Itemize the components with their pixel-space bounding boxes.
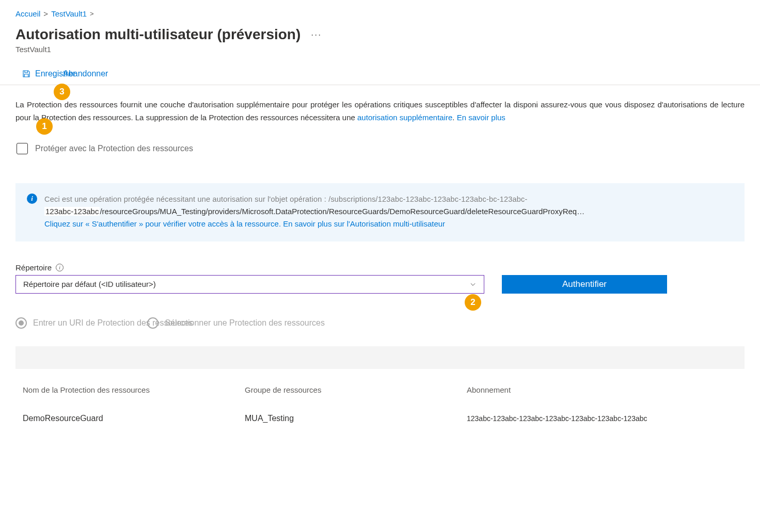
resource-guard-table: Nom de la Protection des ressources Grou… xyxy=(15,382,745,426)
directory-selected-value: Répertoire par défaut (<ID utilisateur>) xyxy=(23,280,156,288)
authenticate-button[interactable]: Authentifier xyxy=(502,275,667,294)
info-line-1: Ceci est une opération protégée nécessit… xyxy=(44,194,584,205)
info-line-3: Cliquez sur « S'authentifier » pour véri… xyxy=(44,218,584,230)
radio-select-guard[interactable] xyxy=(147,317,159,329)
info-tooltip-icon[interactable]: i xyxy=(56,264,64,271)
discard-label: Abandonner xyxy=(63,69,108,78)
info-line-2: 123abc-123abc/resourceGroups/MUA_Testing… xyxy=(44,205,584,218)
save-icon xyxy=(22,69,31,78)
table-header: Nom de la Protection des ressources Grou… xyxy=(15,382,745,397)
source-radio-group: Entrer un URI de Protection des ressourc… xyxy=(15,317,745,329)
annotation-bubble-2: 2 xyxy=(465,294,481,311)
radio-select-guard-label: Sélectionner une Protection des ressourc… xyxy=(165,318,325,328)
title-row: Autorisation multi-utilisateur (préversi… xyxy=(0,21,760,43)
breadcrumb-sep: > xyxy=(43,9,48,18)
page-subtitle: TestVault1 xyxy=(0,43,760,63)
col-group: Groupe de ressources xyxy=(245,385,467,394)
protect-checkbox-row: 1 Protéger avec la Protection des ressou… xyxy=(15,143,745,154)
breadcrumb: Accueil > TestVault1 > xyxy=(0,0,760,21)
breadcrumb-home[interactable]: Accueil xyxy=(15,9,40,18)
description-text: La Protection des ressources fournit une… xyxy=(15,99,745,124)
more-actions-button[interactable]: ··· xyxy=(311,29,322,40)
protect-checkbox-label: Protéger avec la Protection des ressourc… xyxy=(35,144,193,153)
link-learn-more[interactable]: En savoir plus xyxy=(457,113,505,122)
link-additional-auth[interactable]: autorisation supplémentaire xyxy=(357,113,452,122)
chevron-right-icon: > xyxy=(90,10,94,18)
separator-bar xyxy=(15,346,745,369)
info-icon: i xyxy=(27,194,37,204)
link-mua-learn-more[interactable]: En savoir plus sur l'Autorisation multi-… xyxy=(283,219,445,228)
breadcrumb-vault[interactable]: TestVault1 xyxy=(51,9,87,18)
page-title: Autorisation multi-utilisateur (préversi… xyxy=(15,26,300,43)
cell-name: DemoResourceGuard xyxy=(23,414,245,423)
protect-checkbox[interactable] xyxy=(17,143,28,154)
radio-enter-uri[interactable] xyxy=(15,317,27,329)
directory-block: Répertoire i Répertoire par défaut (<ID … xyxy=(15,263,745,294)
table-row[interactable]: DemoResourceGuard MUA_Testing 123abc-123… xyxy=(15,411,745,426)
col-subscription: Abonnement xyxy=(467,385,737,394)
directory-label: Répertoire xyxy=(15,263,52,272)
cell-group: MUA_Testing xyxy=(245,414,467,423)
col-name: Nom de la Protection des ressources xyxy=(23,385,245,394)
chevron-down-icon xyxy=(469,281,477,288)
directory-select[interactable]: Répertoire par défaut (<ID utilisateur>) xyxy=(15,275,484,294)
cell-subscription: 123abc-123abc-123abc-123abc-123abc-123ab… xyxy=(467,414,737,423)
command-bar: Enregistrer Abandonner 3 xyxy=(0,63,760,85)
discard-button[interactable]: Abandonner xyxy=(61,68,110,79)
info-panel: i Ceci est une opération protégée nécess… xyxy=(15,183,745,241)
annotation-bubble-1: 1 xyxy=(36,118,53,135)
